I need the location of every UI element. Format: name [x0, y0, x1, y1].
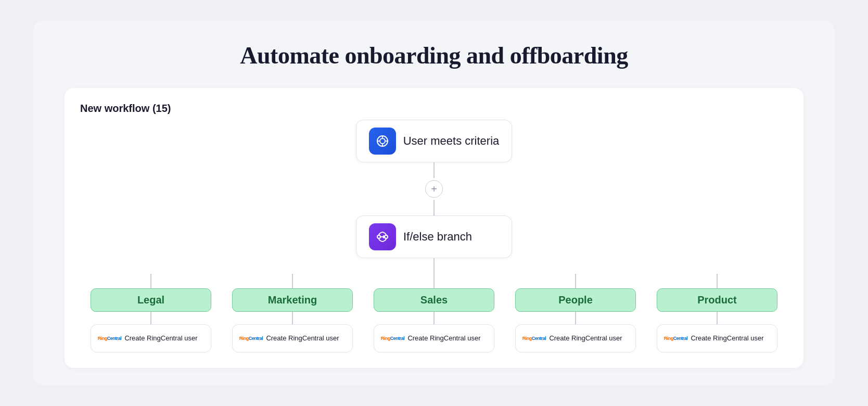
sub-node-sales[interactable]: RingCentral Create RingCentral user	[374, 324, 494, 352]
branch-top-5	[717, 274, 718, 288]
branch-top-3	[433, 274, 435, 288]
sub-label-product: Create RingCentral user	[691, 334, 763, 343]
connector-1	[433, 162, 435, 178]
branch-item-product: Product RingCentral Create RingCentral u…	[646, 274, 788, 352]
svg-point-1	[380, 138, 385, 144]
ringcentral-logo-product: RingCentral	[666, 331, 685, 346]
ringcentral-logo-marketing: RingCentral	[241, 331, 261, 346]
branch-tag-legal[interactable]: Legal	[91, 288, 211, 312]
branch-item-people: People RingCentral Create RingCentral us…	[505, 274, 646, 352]
sub-label-legal: Create RingCentral user	[124, 334, 197, 343]
trigger-node[interactable]: User meets criteria	[356, 120, 513, 162]
sub-label-marketing: Create RingCentral user	[266, 334, 339, 343]
branch-item-sales: Sales RingCentral Create RingCentral use…	[363, 274, 505, 352]
add-step-button[interactable]: +	[425, 180, 443, 198]
branches-row: Legal RingCentral Create RingCentral use…	[80, 274, 788, 352]
branch-icon	[369, 223, 396, 250]
branch-label: If/else branch	[403, 230, 472, 244]
ringcentral-logo-sales: RingCentral	[382, 331, 402, 346]
ringcentral-logo-legal: RingCentral	[99, 331, 119, 346]
branch-tag-marketing[interactable]: Marketing	[232, 288, 352, 312]
criteria-icon	[369, 128, 396, 155]
sub-label-people: Create RingCentral user	[549, 334, 622, 343]
branch-tag-product[interactable]: Product	[657, 288, 777, 312]
branch-bottom-4	[575, 312, 576, 324]
branch-bottom-1	[150, 312, 151, 324]
sub-node-marketing[interactable]: RingCentral Create RingCentral user	[232, 324, 352, 352]
branch-bottom-2	[292, 312, 293, 324]
outer-container: Automate onboarding and offboarding New …	[33, 21, 835, 385]
branch-item-legal: Legal RingCentral Create RingCentral use…	[80, 274, 222, 352]
trigger-label: User meets criteria	[403, 134, 500, 148]
page-title: Automate onboarding and offboarding	[240, 42, 628, 69]
connector-3	[433, 258, 435, 274]
branch-bottom-5	[717, 312, 718, 324]
branch-tag-sales[interactable]: Sales	[374, 288, 494, 312]
branch-top-4	[575, 274, 576, 288]
branch-top-1	[150, 274, 151, 288]
connector-2	[433, 200, 435, 215]
branch-node[interactable]: If/else branch	[356, 215, 512, 258]
ringcentral-logo-people: RingCentral	[524, 331, 544, 346]
branch-tag-people[interactable]: People	[515, 288, 635, 312]
workflow-card: New workflow (15) User meets criteria	[65, 88, 803, 368]
sub-node-product[interactable]: RingCentral Create RingCentral user	[657, 324, 777, 352]
flow-container: User meets criteria +	[80, 120, 788, 352]
workflow-title: New workflow (15)	[80, 103, 788, 115]
sub-label-sales: Create RingCentral user	[407, 334, 480, 343]
sub-node-people[interactable]: RingCentral Create RingCentral user	[515, 324, 635, 352]
sub-node-legal[interactable]: RingCentral Create RingCentral user	[91, 324, 211, 352]
branch-item-marketing: Marketing RingCentral Create RingCentral…	[222, 274, 363, 352]
branch-top-2	[292, 274, 293, 288]
branch-bottom-3	[433, 312, 435, 324]
